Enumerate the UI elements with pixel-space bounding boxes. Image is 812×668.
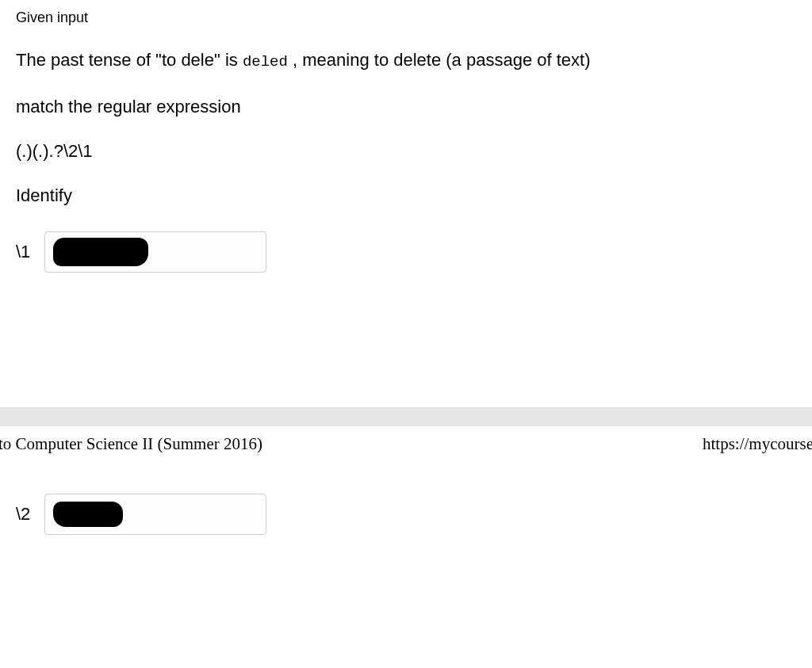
code-word: deled — [243, 53, 288, 71]
regex-expression: (.)(.).?\2\1 — [16, 141, 796, 162]
redacted-answer-2 — [53, 502, 123, 527]
footer-row: to Computer Science II (Summer 2016) htt… — [0, 426, 812, 454]
answer-input-1[interactable] — [44, 231, 266, 273]
answer-input-2[interactable] — [44, 494, 266, 535]
answer-row-2: \2 — [16, 494, 796, 535]
answer-row-1: \1 — [16, 231, 796, 273]
section-divider — [0, 407, 812, 426]
match-line: match the regular expression — [16, 97, 796, 117]
answer-label-1: \1 — [16, 242, 30, 262]
sentence-prefix: The past tense of "to dele" is — [16, 50, 238, 70]
redacted-answer-1 — [53, 238, 148, 266]
given-input-label: Given input — [16, 10, 796, 26]
footer-left-text: to Computer Science II (Summer 2016) — [0, 434, 262, 454]
identify-label: Identify — [16, 185, 796, 206]
footer-right-text: https://mycourse — [703, 434, 812, 454]
sentence-line: The past tense of "to dele" is deled , m… — [16, 48, 796, 73]
answer-label-2: \2 — [16, 504, 30, 525]
sentence-suffix: , meaning to delete (a passage of text) — [293, 50, 590, 70]
